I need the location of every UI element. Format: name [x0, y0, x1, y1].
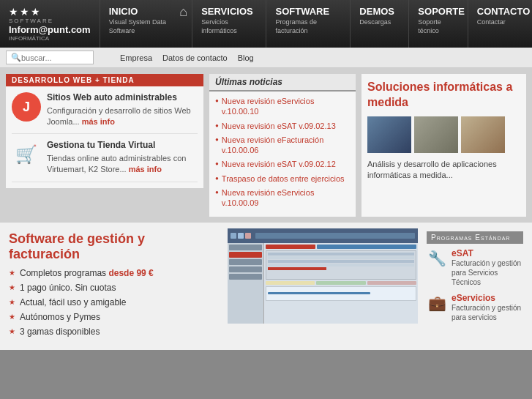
bottom-section: Software de gestión y facturación ★ Comp…: [0, 223, 532, 350]
sitios-web-text: Sitios Web auto administrables Configura…: [47, 92, 198, 127]
noticias-content: ● Nueva revisión eServicios v.10.00.10 ●…: [209, 92, 356, 217]
eservicios-icon: 💼: [427, 293, 447, 313]
list-item: ● Nueva revisión eServicios v.10.00.09: [215, 187, 350, 209]
noticia-link[interactable]: Nueva revisión eSAT v.09.02.12: [222, 159, 336, 169]
eservicios-desc: Facturación y gestión para servicios: [452, 303, 523, 322]
sec-nav-link[interactable]: Blog: [238, 53, 254, 62]
search-icon: 🔍: [11, 53, 21, 62]
list-item: ● Nueva revisión eSAT v.09.02.12: [215, 159, 350, 169]
tienda-virtual-desc: Tiendas online auto administrables con V…: [47, 153, 198, 176]
bullet-icon: ●: [215, 97, 219, 104]
feature-text: 1 pago único. Sin cuotas: [20, 283, 116, 293]
nav-item-inicio[interactable]: INICIO Visual System Data Software ⌂: [100, 0, 192, 48]
joomla-icon: J: [12, 92, 41, 122]
header: ★★★ SOFTWARE Inform@punt.com INFORMÁTICA…: [0, 0, 532, 48]
list-item: 🛒 Gestiona tu Tienda Virtual Tiendas onl…: [12, 140, 198, 182]
noticia-link[interactable]: Nueva revisión eServicios v.10.00.10: [222, 96, 350, 117]
noticias-header: Últimas noticias: [209, 74, 356, 92]
right-panel: Soluciones informáticas a medida Análisi…: [361, 74, 526, 217]
cart-icon: 🛒: [12, 140, 41, 169]
logo-stars: ★★★: [9, 6, 91, 18]
bullet-icon: ●: [215, 189, 219, 195]
list-item: ★ Actual, fácil uso y amigable: [9, 297, 219, 307]
sitios-web-title: Sitios Web auto administrables: [47, 92, 198, 104]
main-content: DESARROLLO WEB + TIENDA J Sitios Web aut…: [0, 68, 532, 223]
eservicios-title[interactable]: eServicios: [452, 293, 523, 303]
list-item: ● Nueva revisión eSAT v.09.02.13: [215, 121, 350, 131]
left-content: J Sitios Web auto administrables Configu…: [6, 86, 203, 188]
tienda-virtual-more-link[interactable]: más info: [129, 165, 162, 174]
sec-nav-link[interactable]: Datos de contacto: [162, 53, 228, 62]
nav-sub-software: Programas de facturación: [275, 18, 341, 35]
nav-title-demos: DEMOS: [359, 6, 400, 17]
list-item: ★ 3 gamas disponibles: [9, 327, 219, 337]
nav-title-soporte: SOPORTE: [418, 6, 458, 17]
nav-items: INICIO Visual System Data Software ⌂ SER…: [100, 0, 532, 48]
feature-text: Actual, fácil uso y amigable: [20, 297, 126, 307]
feature-text: 3 gamas disponibles: [20, 327, 100, 337]
star-icon: ★: [9, 327, 15, 335]
logo-sub: INFORMÁTICA: [9, 35, 91, 42]
star-icon: ★: [9, 298, 15, 306]
logo-software-label: SOFTWARE: [9, 18, 91, 24]
nav-sub-inicio: Visual System Data Software: [109, 18, 184, 35]
noticia-link[interactable]: Nueva revisión eServicios v.10.00.09: [222, 187, 350, 209]
search-input[interactable]: [21, 53, 91, 62]
esat-icon: 🔧: [427, 248, 447, 269]
nav-item-software[interactable]: SOFTWARE Programas de facturación: [266, 0, 350, 48]
logo-name[interactable]: Inform@punt.com: [9, 24, 91, 35]
feature-text: Completos programas desde 99 €: [20, 268, 154, 278]
esat-desc: Facturación y gestión para Servicios Téc…: [452, 258, 523, 287]
nav-sub-contacto: Contactar: [477, 18, 523, 27]
nav-sub-servicios: Servicios informáticos: [201, 18, 257, 35]
middle-panel: Últimas noticias ● Nueva revisión eServi…: [209, 74, 356, 217]
nav-item-contacto[interactable]: CONTACTO Contactar: [468, 0, 532, 48]
right-img-3: [461, 116, 505, 153]
sitios-web-more-link[interactable]: más info: [82, 117, 115, 126]
right-panel-images: [367, 116, 520, 153]
right-img-2: [414, 116, 458, 153]
nav-item-soporte[interactable]: SOPORTE Soporte técnico: [408, 0, 467, 48]
bullet-icon: ●: [215, 122, 219, 129]
sitios-web-desc: Configuración y desarrollo de sitios Web…: [47, 105, 198, 128]
list-item: 💼 eServicios Facturación y gestión para …: [427, 293, 523, 322]
list-item: ★ Completos programas desde 99 €: [9, 268, 219, 278]
list-item: ★ Autónomos y Pymes: [9, 312, 219, 322]
tienda-virtual-title: Gestiona tu Tienda Virtual: [47, 140, 198, 152]
secondary-nav: 🔍 EmpresaDatos de contactoBlog: [0, 48, 532, 68]
nav-sub-demos: Descargas: [359, 18, 400, 27]
list-item: J Sitios Web auto administrables Configu…: [12, 92, 198, 134]
left-panel: DESARROLLO WEB + TIENDA J Sitios Web aut…: [6, 74, 203, 217]
bottom-right: Programas Estándar 🔧 eSAT Facturación y …: [424, 228, 526, 344]
joomla-icon-container: J: [12, 92, 41, 122]
feature-list: ★ Completos programas desde 99 € ★ 1 pag…: [9, 268, 219, 337]
nav-title-servicios: SERVICIOS: [201, 6, 257, 17]
home-icon: ⌂: [179, 4, 187, 20]
bottom-title: Software de gestión y facturación: [9, 231, 219, 262]
bullet-icon: ●: [215, 136, 219, 143]
nav-title-software: SOFTWARE: [275, 6, 341, 17]
noticia-link[interactable]: Nueva revisión eSAT v.09.02.13: [222, 121, 336, 131]
logo-area: ★★★ SOFTWARE Inform@punt.com INFORMÁTICA: [0, 0, 100, 48]
bottom-left: Software de gestión y facturación ★ Comp…: [6, 228, 222, 344]
list-item: ★ 1 pago único. Sin cuotas: [9, 283, 219, 293]
noticia-link[interactable]: Nueva revisión eFacturación v.10.00.06: [222, 135, 350, 156]
sec-nav-links: EmpresaDatos de contactoBlog: [120, 53, 254, 62]
list-item: ● Nueva revisión eServicios v.10.00.10: [215, 96, 350, 117]
star-icon: ★: [9, 269, 15, 277]
nav-item-servicios[interactable]: SERVICIOS Servicios informáticos: [192, 0, 266, 48]
noticia-link[interactable]: Traspaso de datos entre ejercicios: [222, 174, 345, 184]
sec-nav-link[interactable]: Empresa: [120, 53, 152, 62]
right-panel-desc: Análisis y desarrollo de aplicaciones in…: [367, 159, 520, 182]
eservicios-text: eServicios Facturación y gestión para se…: [452, 293, 523, 322]
nav-item-demos[interactable]: DEMOS Descargas: [350, 0, 408, 48]
bullet-icon: ●: [215, 160, 219, 167]
search-box[interactable]: 🔍: [6, 51, 94, 64]
esat-title[interactable]: eSAT: [452, 248, 523, 258]
bullet-icon: ●: [215, 175, 219, 182]
star-icon: ★: [9, 313, 15, 321]
bottom-screenshot: [228, 228, 418, 324]
nav-title-inicio: INICIO: [109, 6, 184, 17]
list-item: 🔧 eSAT Facturación y gestión para Servic…: [427, 248, 523, 287]
dev-banner: DESARROLLO WEB + TIENDA: [6, 74, 203, 86]
